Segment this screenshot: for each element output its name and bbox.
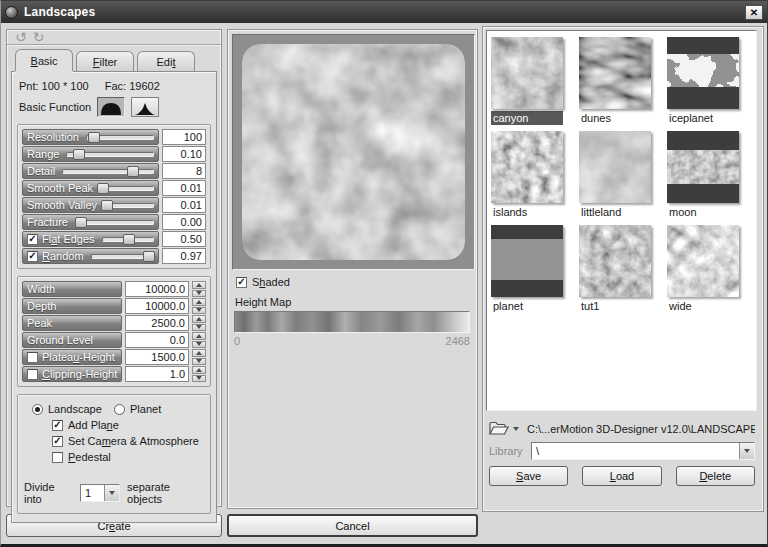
preset-tut1[interactable]: tut1 bbox=[579, 225, 667, 313]
load-button[interactable]: Load bbox=[582, 466, 661, 486]
spin-up-icon[interactable] bbox=[192, 349, 206, 357]
depth-spinner[interactable] bbox=[192, 298, 206, 314]
depth-input[interactable]: 10000.0 bbox=[125, 298, 189, 314]
cancel-button[interactable]: Cancel bbox=[227, 514, 478, 537]
detail-slider[interactable] bbox=[62, 169, 154, 174]
spin-down-icon[interactable] bbox=[192, 358, 206, 366]
peak-spinner[interactable] bbox=[192, 315, 206, 331]
ground-level-spinner[interactable] bbox=[192, 332, 206, 348]
fracture-slider-handle[interactable] bbox=[75, 217, 87, 228]
spin-down-icon[interactable] bbox=[192, 341, 206, 349]
spin-up-icon[interactable] bbox=[192, 366, 206, 374]
clipping-height-spinner[interactable] bbox=[192, 366, 206, 382]
detail-slider-handle[interactable] bbox=[127, 166, 139, 177]
plateau-height-checkbox[interactable] bbox=[27, 352, 38, 363]
folder-icon[interactable] bbox=[489, 421, 509, 436]
slider-row-fracture: Fracture0.00 bbox=[22, 214, 206, 230]
preset-thumbnail[interactable] bbox=[491, 37, 563, 109]
preset-thumbnail[interactable] bbox=[667, 37, 739, 109]
spin-down-icon[interactable] bbox=[192, 290, 206, 298]
fracture-value[interactable]: 0.00 bbox=[162, 214, 206, 230]
random-slider-handle[interactable] bbox=[143, 251, 155, 262]
preset-label: planet bbox=[491, 299, 525, 313]
tab-edit[interactable]: Edit bbox=[137, 51, 195, 71]
flat-edges-value[interactable]: 0.50 bbox=[162, 231, 206, 247]
delete-button[interactable]: Delete bbox=[676, 466, 755, 486]
spin-up-icon[interactable] bbox=[192, 298, 206, 306]
titlebar[interactable]: Landscapes ✕ bbox=[1, 1, 767, 23]
undo-icon[interactable]: ↺ bbox=[15, 30, 27, 44]
mode-options: Add PlaneSet Camera & AtmospherePedestal bbox=[22, 417, 206, 465]
fracture-slider[interactable] bbox=[75, 220, 154, 225]
preset-dunes[interactable]: dunes bbox=[579, 37, 667, 125]
preset-thumbnail[interactable] bbox=[491, 225, 563, 297]
close-button[interactable]: ✕ bbox=[745, 5, 763, 20]
preset-thumbnail[interactable] bbox=[667, 131, 739, 203]
preset-planet[interactable]: planet bbox=[491, 225, 579, 313]
preset-littleland[interactable]: littleland bbox=[579, 131, 667, 219]
clipping-height-checkbox[interactable] bbox=[27, 369, 38, 380]
flat-edges-slider[interactable] bbox=[102, 237, 154, 242]
preset-thumbnail[interactable] bbox=[579, 37, 651, 109]
sharp-peak-function-button[interactable] bbox=[131, 97, 159, 117]
smooth-peak-slider-handle[interactable] bbox=[97, 183, 109, 194]
preset-thumbnail[interactable] bbox=[491, 131, 563, 203]
preset-thumbnail[interactable] bbox=[579, 225, 651, 297]
landscape-radio[interactable]: Landscape bbox=[32, 403, 114, 415]
plateau-height-input[interactable]: 1500.0 bbox=[125, 349, 189, 365]
detail-value[interactable]: 8 bbox=[162, 163, 206, 179]
spin-up-icon[interactable] bbox=[192, 332, 206, 340]
random-slider[interactable] bbox=[91, 254, 154, 259]
range-slider-handle[interactable] bbox=[73, 149, 85, 160]
smooth-valley-slider[interactable] bbox=[104, 203, 154, 208]
set-camera-atmosphere-checkbox[interactable]: Set Camera & Atmosphere bbox=[22, 433, 206, 449]
divide-count-select[interactable]: 1 bbox=[80, 484, 120, 502]
sliders-group: Resolution100Range0.10Detail8Smooth Peak… bbox=[17, 124, 211, 269]
spin-down-icon[interactable] bbox=[192, 375, 206, 383]
add-plane-checkbox[interactable]: Add Plane bbox=[22, 417, 206, 433]
preset-moon[interactable]: moon bbox=[667, 131, 755, 219]
round-hill-function-button[interactable] bbox=[97, 97, 125, 117]
resolution-slider[interactable] bbox=[86, 135, 154, 140]
preset-iceplanet[interactable]: iceplanet bbox=[667, 37, 755, 125]
pedestal-checkbox[interactable]: Pedestal bbox=[22, 449, 206, 465]
smooth-peak-slider[interactable] bbox=[100, 186, 154, 191]
flat-edges-slider-handle[interactable] bbox=[123, 234, 135, 245]
checkbox-icon bbox=[52, 436, 63, 447]
library-select[interactable]: \ bbox=[531, 442, 755, 460]
random-checkbox[interactable] bbox=[27, 251, 38, 262]
basic-tab-panel: Pnt: 100 * 100 Fac: 19602 Basic Function… bbox=[11, 71, 217, 523]
resolution-slider-handle[interactable] bbox=[88, 132, 100, 143]
smooth-valley-slider-handle[interactable] bbox=[101, 200, 113, 211]
shaded-checkbox[interactable]: Shaded bbox=[236, 276, 290, 288]
width-input[interactable]: 10000.0 bbox=[125, 281, 189, 297]
spin-up-icon[interactable] bbox=[192, 315, 206, 323]
preset-islands[interactable]: islands bbox=[491, 131, 579, 219]
smooth-valley-value[interactable]: 0.01 bbox=[162, 197, 206, 213]
spin-down-icon[interactable] bbox=[192, 324, 206, 332]
resolution-value[interactable]: 100 bbox=[162, 129, 206, 145]
smooth-peak-value[interactable]: 0.01 bbox=[162, 180, 206, 196]
clipping-height-input[interactable]: 1.0 bbox=[125, 366, 189, 382]
tab-filter[interactable]: Filter bbox=[76, 51, 134, 71]
preset-thumbnail[interactable] bbox=[667, 225, 739, 297]
resolution-label-bar: Resolution bbox=[22, 129, 159, 145]
tab-basic[interactable]: Basic bbox=[15, 49, 73, 71]
preset-thumbnail[interactable] bbox=[579, 131, 651, 203]
preset-canyon[interactable]: canyon bbox=[491, 37, 579, 125]
peak-input[interactable]: 2500.0 bbox=[125, 315, 189, 331]
ground-level-input[interactable]: 0.0 bbox=[125, 332, 189, 348]
range-value[interactable]: 0.10 bbox=[162, 146, 206, 162]
range-slider[interactable] bbox=[66, 152, 154, 157]
chevron-down-icon[interactable] bbox=[513, 427, 519, 431]
planet-radio[interactable]: Planet bbox=[114, 403, 196, 415]
redo-icon[interactable]: ↻ bbox=[33, 30, 45, 44]
preset-wide[interactable]: wide bbox=[667, 225, 755, 313]
random-value[interactable]: 0.97 bbox=[162, 248, 206, 264]
spin-down-icon[interactable] bbox=[192, 307, 206, 315]
width-spinner[interactable] bbox=[192, 281, 206, 297]
spin-up-icon[interactable] bbox=[192, 281, 206, 289]
plateau-height-spinner[interactable] bbox=[192, 349, 206, 365]
flat-edges-checkbox[interactable] bbox=[27, 234, 38, 245]
save-button[interactable]: Save bbox=[489, 466, 568, 486]
